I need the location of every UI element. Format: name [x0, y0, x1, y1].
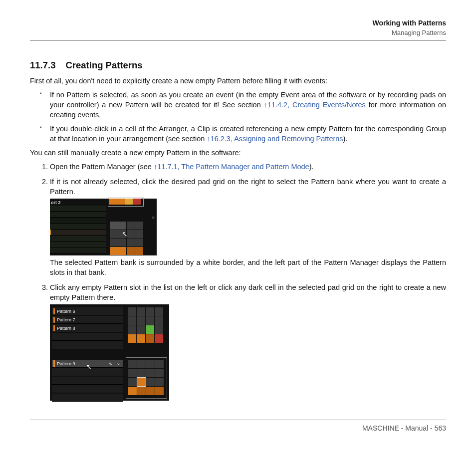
intro-paragraph: First of all, you don't need to explicit…	[30, 76, 446, 86]
figure-pattern-bank-select: ort 2 ×	[50, 199, 157, 255]
pad-cell[interactable]	[135, 222, 143, 230]
pad-cell[interactable]	[135, 230, 143, 238]
close-icon[interactable]: ×	[117, 361, 120, 367]
pad-cell[interactable]	[137, 325, 145, 334]
pad-cell[interactable]	[110, 222, 118, 230]
pad-cell[interactable]	[118, 230, 126, 238]
bullet-item: If no Pattern is selected, as soon as yo…	[50, 90, 446, 120]
cross-ref-link[interactable]: ↑11.7.1, The Pattern Manager and Pattern…	[154, 163, 309, 171]
close-icon[interactable]: ×	[152, 215, 155, 222]
cross-ref-link[interactable]: ↑11.4.2, Creating Events/Notes	[264, 101, 366, 109]
page-footer: MASCHINE - Manual - 563	[30, 424, 446, 432]
mid-paragraph: You can still manually create a new empt…	[30, 148, 446, 158]
cross-ref-link[interactable]: ↑16.2.3, Assigning and Removing Patterns	[207, 135, 343, 143]
pad-cell[interactable]	[137, 369, 146, 377]
pad-cell[interactable]	[118, 222, 126, 230]
color-bar	[53, 325, 55, 331]
pad-cell[interactable]	[109, 199, 117, 205]
pad-cell[interactable]	[155, 316, 163, 325]
pad-cell[interactable]	[137, 360, 146, 368]
pad-cell[interactable]	[155, 360, 164, 368]
pad-cell[interactable]	[146, 378, 155, 386]
section-number: 11.7.3	[30, 60, 55, 70]
step-item: Click any empty Pattern slot in the list…	[50, 282, 446, 401]
pad-cell[interactable]	[128, 307, 136, 316]
pattern-slot-empty[interactable]	[52, 333, 123, 341]
pad-cell[interactable]	[146, 325, 154, 334]
pad-cell[interactable]	[155, 378, 164, 386]
pattern-slot[interactable]: Pattern 6	[52, 307, 123, 315]
section-title: Creating Patterns	[65, 60, 142, 70]
pad-cell[interactable]	[127, 222, 135, 230]
pattern-slot[interactable]: Pattern 7	[52, 316, 123, 324]
page-header: Working with Patterns Managing Patterns	[30, 19, 446, 36]
pad-cell[interactable]	[118, 247, 126, 255]
pad-cell[interactable]	[155, 307, 163, 316]
pad-cell[interactable]	[155, 334, 163, 343]
header-rule	[30, 40, 446, 41]
color-bar	[53, 308, 55, 314]
pad-cell[interactable]	[117, 199, 125, 205]
pad-cell[interactable]	[128, 369, 137, 377]
pad-cell[interactable]	[127, 247, 135, 255]
pattern-slot-selected[interactable]: Pattern 9 ✎ ×	[52, 360, 123, 368]
bullet-item: If you double-click in a cell of the Arr…	[50, 124, 446, 144]
pad-cell[interactable]	[155, 325, 163, 334]
pattern-slot-empty[interactable]	[52, 385, 123, 393]
pad-cell[interactable]	[125, 199, 133, 205]
pattern-slot-empty[interactable]	[52, 341, 123, 349]
pad-cell[interactable]	[127, 238, 135, 246]
pattern-slot[interactable]: Pattern 8	[52, 324, 123, 332]
step-list: Open the Pattern Manager (see ↑11.7.1, T…	[30, 162, 446, 401]
pattern-slot-empty[interactable]	[52, 368, 123, 376]
step-item: Open the Pattern Manager (see ↑11.7.1, T…	[50, 162, 446, 172]
pad-cell[interactable]	[137, 334, 145, 343]
pad-cell[interactable]	[146, 334, 154, 343]
step-item: If it is not already selected, click the…	[50, 177, 446, 277]
bullet-list: If no Pattern is selected, as soon as yo…	[30, 90, 446, 144]
pad-cell[interactable]	[128, 325, 136, 334]
pad-cell[interactable]	[133, 199, 141, 205]
pad-cell[interactable]	[127, 230, 135, 238]
track-label: ort 2	[51, 200, 61, 206]
pad-cell[interactable]	[128, 378, 137, 386]
pad-cell[interactable]	[137, 307, 145, 316]
pad-cell[interactable]	[110, 247, 118, 255]
pad-cell[interactable]	[146, 307, 154, 316]
pad-cell[interactable]	[128, 316, 136, 325]
pad-cell[interactable]	[128, 387, 137, 395]
pad-cell[interactable]	[146, 387, 155, 395]
pad-cell[interactable]	[110, 238, 118, 246]
chapter-section: Managing Patterns	[30, 29, 446, 36]
pad-cell[interactable]	[155, 387, 164, 395]
pad-cell[interactable]	[146, 360, 155, 368]
pad-cell[interactable]	[155, 369, 164, 377]
pad-cell[interactable]	[118, 238, 126, 246]
section-heading: 11.7.3Creating Patterns	[30, 60, 446, 71]
pad-cell[interactable]	[128, 360, 137, 368]
footer-rule	[30, 420, 446, 420]
color-bar	[53, 360, 55, 367]
pad-cell[interactable]	[137, 316, 145, 325]
pattern-slot-empty[interactable]	[52, 377, 123, 385]
pad-cell[interactable]	[128, 334, 136, 343]
edit-icon[interactable]: ✎	[109, 361, 113, 367]
figure-pattern-slot-grid: Pattern 6 Pattern 7 Pattern 8 Pattern 9 …	[50, 304, 169, 401]
pad-cell[interactable]	[137, 387, 146, 395]
marker	[50, 230, 51, 235]
chapter-title: Working with Patterns	[30, 19, 446, 27]
pad-cell[interactable]	[110, 230, 118, 238]
pad-cell[interactable]	[135, 238, 143, 246]
pad-cell[interactable]	[146, 369, 155, 377]
pad-cell[interactable]	[146, 316, 154, 325]
pad-cell[interactable]	[135, 247, 143, 255]
color-bar	[53, 317, 55, 323]
pattern-slot-empty[interactable]	[52, 394, 123, 402]
pad-cell-selected[interactable]	[137, 378, 146, 386]
